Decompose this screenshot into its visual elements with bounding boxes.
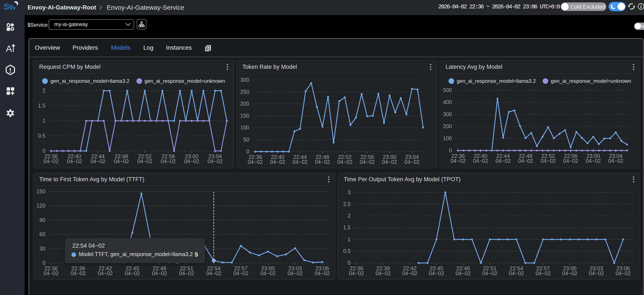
svg-text:04−02: 04−02 xyxy=(456,270,470,276)
svg-text:04−02: 04−02 xyxy=(429,270,444,276)
svg-text:04−02: 04−02 xyxy=(589,270,604,276)
svg-text:04−02: 04−02 xyxy=(349,270,364,276)
svg-text:2: 2 xyxy=(348,213,351,219)
svg-text:04−02: 04−02 xyxy=(616,270,631,276)
svg-text:3: 3 xyxy=(348,189,351,195)
svg-text:0: 0 xyxy=(348,260,351,266)
svg-text:2.5: 2.5 xyxy=(343,201,351,207)
svg-text:1.5: 1.5 xyxy=(343,225,351,231)
svg-text:04−02: 04−02 xyxy=(562,270,577,276)
svg-text:1: 1 xyxy=(348,236,351,242)
svg-text:04−02: 04−02 xyxy=(482,270,497,276)
svg-text:04−02: 04−02 xyxy=(536,270,550,276)
svg-text:04−02: 04−02 xyxy=(376,270,391,276)
svg-text:04−02: 04−02 xyxy=(509,270,524,276)
svg-text:04−02: 04−02 xyxy=(402,270,417,276)
svg-text:0.5: 0.5 xyxy=(343,248,351,254)
